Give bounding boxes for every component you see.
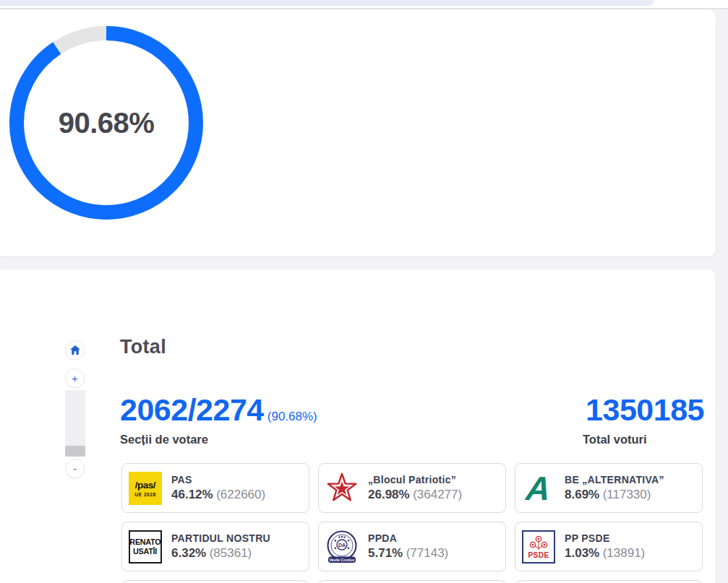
party-result: 6.32% (85361) [171,546,270,561]
home-icon [70,345,80,355]
party-result: 1.03% (13891) [565,546,645,561]
map-zoom-slider-thumb[interactable] [65,446,85,457]
region-title: Total [120,336,166,358]
turnout-percent-label: 90.68% [5,22,207,224]
party-percent: 26.98% [368,488,410,501]
svg-text:Vasile Costiuc: Vasile Costiuc [329,557,354,561]
party-percent: 8.69% [565,488,599,501]
results-panel: + - Total 2062/2274(90.68%) Secții de vo… [0,269,716,583]
party-info: „Blocul Patriotic” 26.98% (364277) [368,474,462,502]
party-percent: 46.12% [171,488,213,501]
party-card: /pas/UE 2028 PAS 46.12% (622660) [121,463,309,513]
party-info: PARTIDUL NOSTRU 6.32% (85361) [171,532,270,561]
party-logo-icon: /pas/UE 2028 [129,472,162,505]
turnout-panel: 90.68% [0,9,716,256]
turnout-donut-chart: 90.68% [5,22,207,224]
party-percent: 6.32% [171,546,206,560]
party-results-grid: /pas/UE 2028 PAS 46.12% (622660) „Blocul… [121,463,704,583]
stations-value: 2062/2274(90.68%) [120,394,317,426]
party-result: 46.12% (622660) [171,488,265,502]
psde-roses-icon [527,535,550,551]
party-info: PAS 46.12% (622660) [171,474,265,502]
map-zoom-slider-track[interactable] [65,390,85,457]
party-card: DAVasile Costiuc PPDA 5.71% (77143) [318,522,506,571]
party-card-clipped [318,580,506,583]
party-name: PARTIDUL NOSTRU [171,532,270,544]
total-votes-value: 1350185 [583,394,704,426]
party-card: RENATOUSATÎI PARTIDUL NOSTRU 6.32% (8536… [121,522,309,571]
party-name: PP PSDE [565,532,645,544]
stations-stat: 2062/2274(90.68%) Secții de votare [120,394,317,446]
stations-count: 2062/2274 [120,392,264,427]
top-progress-pill [0,0,654,6]
red-star-icon [325,472,359,505]
party-percent: 5.71% [368,546,403,560]
party-card: A BE „ALTERNATIVA” 8.69% (117330) [515,463,703,513]
party-result: 5.71% (77143) [368,546,448,561]
party-votes: (622660) [216,488,265,501]
party-info: PPDA 5.71% (77143) [368,532,448,561]
party-votes: (364277) [413,488,462,501]
party-logo-icon: DAVasile Costiuc [325,530,359,563]
map-zoom-out-button[interactable]: - [65,459,85,478]
party-result: 26.98% (364277) [368,488,462,502]
map-zoom-in-button[interactable]: + [65,368,85,388]
party-name: PPDA [368,532,448,544]
party-logo-icon: PSDE [522,530,555,563]
total-votes-label: Total voturi [583,433,704,446]
party-logo-icon: RENATOUSATÎI [129,530,162,563]
party-card-clipped [515,580,703,583]
party-card: PSDE PP PSDE 1.03% (13891) [515,522,703,571]
party-logo-icon [325,472,359,505]
party-info: BE „ALTERNATIVA” 8.69% (117330) [565,474,664,502]
party-info: PP PSDE 1.03% (13891) [565,532,645,561]
party-logo-icon: A [522,472,555,505]
ppda-seal-icon: DAVasile Costiuc [325,530,359,563]
stations-percent: (90.68%) [267,410,317,423]
party-result: 8.69% (117330) [565,488,664,502]
party-card-clipped [121,580,309,583]
party-votes: (13891) [603,546,646,560]
party-name: „Blocul Patriotic” [368,474,462,485]
party-votes: (85361) [210,546,252,560]
party-card: „Blocul Patriotic” 26.98% (364277) [318,463,506,513]
map-home-button[interactable] [65,340,85,360]
party-votes: (77143) [406,546,449,560]
party-percent: 1.03% [565,546,599,560]
party-name: PAS [171,474,265,485]
party-votes: (117330) [603,488,651,501]
svg-text:DA: DA [338,542,346,547]
party-name: BE „ALTERNATIVA” [565,474,664,485]
total-votes-stat: 1350185 Total voturi [583,394,704,446]
top-strip [0,0,728,8]
stations-label: Secții de votare [120,433,317,446]
